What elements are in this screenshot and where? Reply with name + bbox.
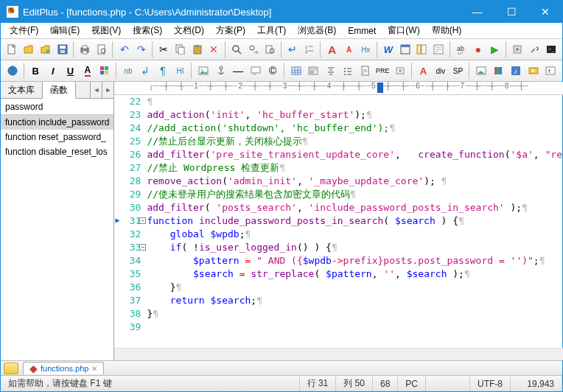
menu-emmet[interactable]: Emmet bbox=[342, 24, 382, 38]
close-tab-icon[interactable]: ✕ bbox=[91, 365, 97, 373]
menu-view[interactable]: 视图(V) bbox=[85, 23, 127, 38]
sidebar-tab-next[interactable]: ► bbox=[102, 82, 113, 98]
menu-help[interactable]: 帮助(H) bbox=[426, 23, 468, 38]
code-line[interactable]: //add_action('shutdown', 'hc_buffer_end'… bbox=[147, 122, 563, 135]
code-line[interactable]: //使未登录用户的搜索结果包含加密文章的代码¶ bbox=[147, 188, 563, 201]
undo-icon[interactable]: ↶ bbox=[116, 41, 132, 57]
sidebar-tab-prev[interactable]: ◄ bbox=[90, 82, 102, 98]
bold-button[interactable]: B bbox=[28, 63, 44, 79]
horizontal-scrollbar[interactable] bbox=[114, 348, 563, 360]
menu-project[interactable]: 方案(P) bbox=[210, 23, 251, 38]
file-tab[interactable]: ◆ functions.php ✕ bbox=[23, 362, 104, 374]
heading-button[interactable]: HI bbox=[172, 63, 189, 79]
div-button[interactable]: div bbox=[433, 63, 449, 79]
code-area[interactable]: ▶ 222324252627282930313233343536373839 ¶… bbox=[114, 95, 563, 348]
table-icon[interactable] bbox=[288, 63, 304, 79]
font-increase-icon[interactable]: A bbox=[324, 41, 340, 57]
code-line[interactable]: }¶ bbox=[147, 307, 563, 321]
hr-icon[interactable]: — bbox=[230, 63, 246, 79]
para-icon[interactable]: ¶ bbox=[155, 63, 171, 79]
hex-icon[interactable]: Hx bbox=[358, 41, 374, 57]
find-in-files-icon[interactable] bbox=[262, 41, 278, 57]
code-line[interactable]: global $wpdb;¶ bbox=[147, 228, 563, 241]
copy-icon[interactable] bbox=[173, 41, 189, 57]
function-list-item[interactable]: function reset_password_ bbox=[1, 130, 113, 144]
pre-button[interactable]: PRE bbox=[375, 63, 391, 79]
fullscreen-icon[interactable] bbox=[397, 41, 413, 57]
code-line[interactable]: add_filter( 'posts_search', 'include_pas… bbox=[147, 201, 563, 214]
close-button[interactable]: ✕ bbox=[528, 1, 562, 23]
code-line[interactable]: add_filter('pre_site_transient_update_co… bbox=[147, 148, 563, 161]
menu-file[interactable]: 文件(F) bbox=[4, 23, 44, 38]
minimize-button[interactable]: — bbox=[461, 1, 494, 23]
play-icon[interactable]: ▶ bbox=[487, 41, 503, 57]
font-decrease-icon[interactable]: A bbox=[341, 41, 357, 57]
function-list-item[interactable]: function disable_reset_los bbox=[1, 144, 113, 159]
image2-icon[interactable] bbox=[473, 63, 489, 79]
center-icon[interactable] bbox=[323, 63, 339, 79]
directory-button[interactable] bbox=[4, 363, 18, 374]
columns-icon[interactable] bbox=[414, 41, 430, 57]
code-line[interactable]: return $search;¶ bbox=[147, 294, 563, 307]
menu-window[interactable]: 窗口(W) bbox=[382, 23, 425, 38]
music-icon[interactable]: ♪ bbox=[508, 63, 524, 79]
code-line[interactable]: $search = str_replace( $pattern, '', $se… bbox=[147, 267, 563, 281]
code-line[interactable]: − if( !is_user_logged_in() ) {¶ bbox=[147, 241, 563, 254]
special-char-icon[interactable]: © bbox=[265, 63, 281, 79]
br-icon[interactable]: ↲ bbox=[138, 63, 154, 79]
code-line[interactable]: −function include_password_posts_in_sear… bbox=[147, 214, 563, 228]
colorpicker-icon[interactable] bbox=[491, 63, 507, 79]
nbsp-button[interactable]: nb bbox=[120, 63, 136, 79]
menu-tools[interactable]: 工具(T) bbox=[251, 23, 292, 38]
replace-icon[interactable] bbox=[246, 41, 262, 57]
menu-search[interactable]: 搜索(S) bbox=[127, 23, 168, 38]
code-line[interactable]: $pattern = " AND ({$wpdb->prefix}posts.p… bbox=[147, 254, 563, 267]
menu-browser[interactable]: 浏览器(B) bbox=[292, 23, 342, 38]
function-list-item[interactable]: function include_password bbox=[1, 115, 113, 130]
fontcolor-a-icon[interactable]: A bbox=[416, 63, 432, 79]
docmap-icon[interactable] bbox=[431, 41, 447, 57]
menu-document[interactable]: 文档(D) bbox=[168, 23, 210, 38]
find-icon[interactable] bbox=[229, 41, 245, 57]
delete-icon[interactable]: ✕ bbox=[206, 41, 222, 57]
code-line[interactable]: remove_action('admin_init', '_maybe_upda… bbox=[147, 175, 563, 188]
redo-icon[interactable]: ↷ bbox=[133, 41, 149, 57]
object-icon[interactable] bbox=[392, 63, 408, 79]
menu-edit[interactable]: 编辑(E) bbox=[44, 23, 85, 38]
code-line[interactable]: }¶ bbox=[147, 281, 563, 294]
browser-w-icon[interactable]: W bbox=[381, 41, 396, 57]
wordwrap-icon[interactable]: ↵ bbox=[285, 41, 301, 57]
code-line[interactable]: ¶ bbox=[147, 95, 563, 108]
span-button[interactable]: SP bbox=[450, 63, 466, 79]
paste-icon[interactable] bbox=[189, 41, 205, 57]
code-line[interactable]: //禁止后台显示更新，关闭核心提示¶ bbox=[147, 135, 563, 148]
font-color-icon[interactable]: A bbox=[80, 63, 96, 79]
open-file-icon[interactable] bbox=[21, 41, 37, 57]
settings-icon[interactable] bbox=[510, 41, 525, 57]
form-icon[interactable] bbox=[305, 63, 321, 79]
comment-icon[interactable] bbox=[248, 63, 264, 79]
anchor-icon[interactable] bbox=[213, 63, 229, 79]
new-file-icon[interactable] bbox=[4, 41, 20, 57]
code-line[interactable]: //禁止 Wordpress 检查更新¶ bbox=[147, 161, 563, 175]
sidebar-tab-functions[interactable]: 函数 bbox=[43, 82, 76, 99]
script-icon[interactable]: js bbox=[357, 63, 374, 79]
record-icon[interactable]: ● bbox=[470, 41, 486, 57]
maximize-button[interactable]: ☐ bbox=[494, 1, 528, 23]
italic-button[interactable]: I bbox=[45, 63, 61, 79]
code-line[interactable]: add_action('init', 'hc_buffer_start');¶ bbox=[147, 108, 563, 122]
spell-icon[interactable]: ab bbox=[454, 41, 469, 57]
print-icon[interactable] bbox=[77, 41, 93, 57]
cut-icon[interactable]: ✂ bbox=[156, 41, 172, 57]
linenum-icon[interactable]: 12 bbox=[302, 41, 318, 57]
underline-button[interactable]: U bbox=[63, 63, 79, 79]
terminal-icon[interactable]: >_ bbox=[543, 41, 559, 57]
print-preview-icon[interactable] bbox=[94, 41, 110, 57]
save-icon[interactable] bbox=[55, 41, 70, 57]
image-icon[interactable] bbox=[195, 63, 211, 79]
tools-icon[interactable] bbox=[526, 41, 542, 57]
open-remote-icon[interactable] bbox=[38, 41, 54, 57]
palette-icon[interactable] bbox=[97, 63, 113, 79]
flash-icon[interactable]: f bbox=[542, 63, 559, 79]
list-icon[interactable] bbox=[340, 63, 357, 79]
